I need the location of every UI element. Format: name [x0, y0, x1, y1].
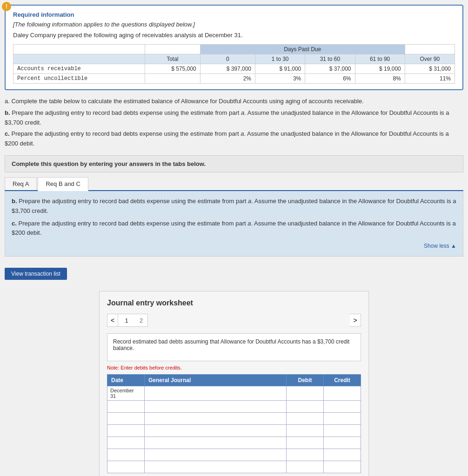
- pct-over-90: 11%: [405, 74, 455, 84]
- debit-input-3[interactable]: [289, 416, 321, 422]
- total-pages: 2: [135, 314, 148, 327]
- debit-input-5[interactable]: [289, 440, 321, 446]
- journal-date-5: [107, 437, 145, 449]
- debit-input-6[interactable]: [289, 452, 321, 458]
- header-credit: Credit: [324, 375, 361, 386]
- ar-over-90: $ 31,000: [405, 64, 455, 74]
- journal-credit-2[interactable]: [324, 401, 361, 413]
- journal-date-2: [107, 401, 145, 413]
- journal-general-2[interactable]: [145, 401, 287, 413]
- journal-debit-5[interactable]: [287, 437, 324, 449]
- credit-input-2[interactable]: [327, 403, 358, 410]
- ar-31-60: $ 37,000: [305, 64, 355, 74]
- table-row: [107, 449, 361, 461]
- col-over-90: Over 90: [405, 54, 455, 64]
- journal-credit-1[interactable]: [324, 386, 361, 401]
- pct-total: [145, 74, 200, 84]
- col-1-30: 1 to 30: [255, 54, 305, 64]
- general-journal-input-2[interactable]: [147, 403, 283, 410]
- row-label-ar: Accounts receivable: [13, 64, 145, 74]
- instruction-c: c. Prepare the adjusting entry to record…: [5, 129, 463, 149]
- question-box: Complete this question by entering your …: [5, 155, 463, 172]
- instruction-b: b. Prepare the adjusting entry to record…: [5, 108, 463, 128]
- tab-content-c: c. Prepare the adjusting entry to record…: [12, 219, 456, 238]
- journal-debit-6[interactable]: [287, 449, 324, 461]
- journal-debit-1[interactable]: [287, 386, 324, 401]
- col-61-90: 61 to 90: [355, 54, 405, 64]
- next-page-button[interactable]: >: [350, 314, 361, 327]
- table-row: [107, 413, 361, 425]
- journal-credit-7[interactable]: [324, 461, 361, 473]
- required-info-title: Required information: [13, 11, 455, 18]
- general-journal-input-1[interactable]: [147, 390, 283, 397]
- prev-page-button[interactable]: <: [107, 314, 118, 327]
- record-description: Record estimated bad debts assuming that…: [107, 333, 361, 361]
- credit-input-3[interactable]: [327, 416, 358, 422]
- journal-general-7[interactable]: [145, 461, 287, 473]
- header-debit: Debit: [287, 375, 324, 386]
- journal-debit-2[interactable]: [287, 401, 324, 413]
- aging-table: Days Past Due Total 0 1 to 30 31 to 60 6…: [13, 44, 455, 84]
- note-text: Note: Enter debits before credits.: [107, 365, 361, 370]
- journal-credit-4[interactable]: [324, 425, 361, 437]
- journal-credit-6[interactable]: [324, 449, 361, 461]
- instruction-a: a. Complete the table below to calculate…: [5, 97, 463, 106]
- debit-input-4[interactable]: [289, 428, 321, 434]
- journal-debit-4[interactable]: [287, 425, 324, 437]
- current-page: 1: [118, 314, 135, 327]
- info-box: ! Required information [The following in…: [5, 5, 463, 90]
- col-0: 0: [200, 54, 255, 64]
- ar-total: $ 575,000: [145, 64, 200, 74]
- journal-general-4[interactable]: [145, 425, 287, 437]
- view-transaction-list-button[interactable]: View transaction list: [5, 268, 67, 280]
- debit-input-1[interactable]: [289, 390, 321, 397]
- credit-input-5[interactable]: [327, 440, 358, 446]
- worksheet-title: Journal entry worksheet: [107, 299, 361, 307]
- ar-61-90: $ 19,000: [355, 64, 405, 74]
- table-row: Percent uncollectible 2% 3% 6% 8% 11%: [13, 74, 455, 84]
- table-row: Accounts receivable $ 575,000 $ 397,000 …: [13, 64, 455, 74]
- journal-general-5[interactable]: [145, 437, 287, 449]
- show-less-button[interactable]: Show less ▲: [12, 242, 456, 251]
- instructions: a. Complete the table below to calculate…: [5, 97, 463, 149]
- debit-input-2[interactable]: [289, 403, 321, 410]
- tabs-container: Req A Req B and C: [5, 177, 463, 191]
- journal-general-3[interactable]: [145, 413, 287, 425]
- header-date: Date: [107, 375, 145, 386]
- journal-debit-3[interactable]: [287, 413, 324, 425]
- general-journal-input-3[interactable]: [147, 416, 283, 422]
- credit-input-4[interactable]: [327, 428, 358, 434]
- journal-table-header: Date General Journal Debit Credit: [107, 375, 361, 386]
- debit-input-7[interactable]: [289, 464, 321, 470]
- ar-0: $ 397,000: [200, 64, 255, 74]
- general-journal-input-4[interactable]: [147, 428, 283, 434]
- tab-req-bc[interactable]: Req B and C: [38, 177, 88, 191]
- credit-input-7[interactable]: [327, 464, 358, 470]
- page-navigator: < 1 2 >: [107, 314, 361, 327]
- pct-1-30: 3%: [255, 74, 305, 84]
- journal-general-1[interactable]: [145, 386, 287, 401]
- general-journal-input-6[interactable]: [147, 452, 283, 458]
- journal-general-6[interactable]: [145, 449, 287, 461]
- row-label-pct: Percent uncollectible: [13, 74, 145, 84]
- tab-content-b: b. Prepare the adjusting entry to record…: [12, 197, 456, 216]
- journal-table: Date General Journal Debit Credit Decemb…: [107, 374, 361, 473]
- credit-input-1[interactable]: [327, 390, 358, 397]
- general-journal-input-5[interactable]: [147, 440, 283, 446]
- journal-date-7: [107, 461, 145, 473]
- days-past-due-header: Days Past Due: [200, 45, 405, 54]
- credit-input-6[interactable]: [327, 452, 358, 458]
- table-row: [107, 425, 361, 437]
- journal-credit-5[interactable]: [324, 437, 361, 449]
- ar-1-30: $ 91,000: [255, 64, 305, 74]
- tab-req-a[interactable]: Req A: [5, 177, 37, 190]
- table-row: [107, 401, 361, 413]
- journal-credit-3[interactable]: [324, 413, 361, 425]
- journal-debit-7[interactable]: [287, 461, 324, 473]
- header-general-journal: General Journal: [145, 375, 287, 386]
- journal-date-1: December31: [107, 386, 145, 401]
- tab-content-req-bc: b. Prepare the adjusting entry to record…: [5, 191, 463, 257]
- table-row: [107, 461, 361, 473]
- pct-0: 2%: [200, 74, 255, 84]
- general-journal-input-7[interactable]: [147, 464, 283, 470]
